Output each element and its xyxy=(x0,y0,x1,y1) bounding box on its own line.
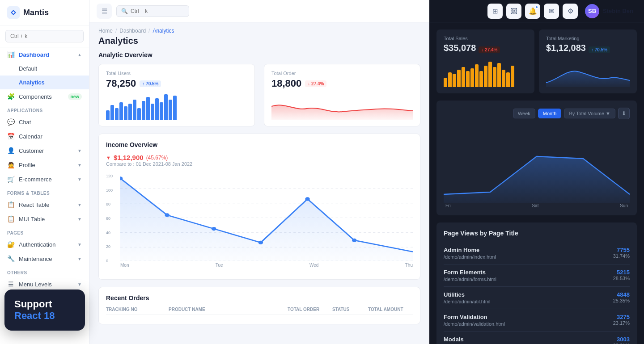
sidebar-item-chat[interactable]: 💬 Chat xyxy=(0,115,89,129)
page-view-count: 5215 xyxy=(613,269,630,276)
profile-icon: 🙍 xyxy=(7,161,14,168)
stat-label: Total Order xyxy=(271,71,413,76)
sidebar-item-label: Chat xyxy=(19,119,31,126)
sidebar-search-input[interactable] xyxy=(5,30,84,42)
topbar-dark: ⊞ 🖼 🔔 ✉ ⚙ SB Stebin Ben xyxy=(429,0,644,22)
y-label: 40 xyxy=(106,231,119,235)
mail-button[interactable]: ✉ xyxy=(544,4,559,19)
search-icon: 🔍 xyxy=(121,8,128,14)
col-tracking: Tracking No xyxy=(106,307,169,312)
breadcrumb-dashboard[interactable]: Dashboard xyxy=(119,28,146,34)
page-view-count: 7755 xyxy=(613,247,630,253)
sidebar-item-calendar[interactable]: 📅 Calendar xyxy=(0,129,89,143)
page-title: Analytics xyxy=(98,36,420,46)
sidebar-item-authentication[interactable]: 🔐 Authentication ▼ xyxy=(0,237,89,252)
stat-badge-up: ↑ 70.5% xyxy=(140,80,161,87)
sidebar-item-customer[interactable]: 👤 Customer ▼ xyxy=(0,143,89,158)
sidebar-item-mui-table[interactable]: 📋 MUI Table ▼ xyxy=(0,212,89,226)
page-view-count: 3003 xyxy=(613,336,630,343)
notifications-button[interactable]: 🔔 xyxy=(525,4,540,19)
svg-point-11 xyxy=(258,241,263,244)
page-view-item: Form Validation /demo/admin/validation.h… xyxy=(444,309,630,331)
light-content: Home / Dashboard / Analytics Analytics A… xyxy=(89,22,429,344)
sidebar-logo[interactable]: Mantis xyxy=(0,0,89,25)
page-view-count: 4848 xyxy=(613,291,630,298)
x-label: Wed xyxy=(309,263,318,268)
col-product: Product Name xyxy=(169,307,288,312)
stat-value: 18,800 xyxy=(271,78,301,89)
sidebar-item-components[interactable]: 🧩 Components new xyxy=(0,89,89,104)
chevron-down-icon: ▼ xyxy=(77,177,82,182)
user-name: Stebin Ben xyxy=(603,8,633,14)
sidebar-section-others: Others xyxy=(0,266,89,277)
chevron-down-icon: ▼ xyxy=(77,163,82,168)
sidebar-item-maintenance[interactable]: 🔧 Maintenance ▼ xyxy=(0,252,89,266)
sidebar-item-label: Calendar xyxy=(19,133,42,140)
page-views-card: Page Views by Page Title Admin Home /dem… xyxy=(436,222,637,344)
stat-card-total-users: Total Users 78,250 ↑ 70.5% xyxy=(98,64,255,126)
sidebar-item-label: Customer xyxy=(19,147,44,154)
dark-income-chart xyxy=(444,123,630,203)
month-button[interactable]: Month xyxy=(538,109,562,118)
page-title-text: Admin Home xyxy=(444,247,496,253)
sidebar-item-dashboard[interactable]: 📊 Dashboard ▲ xyxy=(0,47,89,62)
sidebar-item-label: Profile xyxy=(19,162,35,168)
support-popup[interactable]: Support React 18 xyxy=(4,289,85,331)
mantis-logo-icon xyxy=(7,6,20,19)
sidebar-item-label: Menu Levels xyxy=(19,281,52,288)
dark-stat-label: Total Sales xyxy=(444,36,527,41)
volume-dropdown[interactable]: By Total Volume ▼ xyxy=(564,109,615,118)
page-view-item: Utilities /demo/admin/util.html 4848 25.… xyxy=(444,287,630,309)
sidebar-item-label: Maintenance xyxy=(19,256,52,262)
svg-point-12 xyxy=(305,197,309,201)
svg-point-9 xyxy=(165,213,169,217)
svg-point-13 xyxy=(352,239,356,242)
sidebar-section-applications: Applications xyxy=(0,104,89,115)
dark-bar-chart xyxy=(444,60,527,87)
y-label: 80 xyxy=(106,202,119,206)
week-button[interactable]: Week xyxy=(513,109,535,118)
sidebar-item-react-table[interactable]: 📋 React Table ▼ xyxy=(0,197,89,212)
table-icon2: 📋 xyxy=(7,215,14,222)
sidebar-item-analytics[interactable]: Analytics xyxy=(0,76,89,89)
sidebar-item-label: MUI Table xyxy=(19,216,45,222)
x-label: Thu xyxy=(405,263,413,268)
breadcrumb-home[interactable]: Home xyxy=(98,28,113,34)
sidebar-section-forms: Forms & Tables xyxy=(0,186,89,197)
chevron-down-icon: ▼ xyxy=(77,242,82,247)
settings-button[interactable]: ⚙ xyxy=(563,4,578,19)
breadcrumb-current: Analytics xyxy=(153,28,174,34)
dashboard-icon: 📊 xyxy=(7,51,14,58)
page-view-pct: 25.35% xyxy=(613,298,630,303)
download-button[interactable]: ⬇ xyxy=(618,108,630,119)
analytic-overview-title: Analytic Overview xyxy=(98,51,420,59)
income-compare: Compare to : 01 Dec 2021-08 Jan 2022 xyxy=(106,161,192,167)
table-header: Tracking No Product Name Total Order Sta… xyxy=(106,307,413,315)
chevron-up-icon: ▲ xyxy=(77,52,82,57)
menu-toggle-button[interactable]: ☰ xyxy=(97,4,112,19)
topbar-search-input[interactable] xyxy=(131,8,184,14)
auth-icon: 🔐 xyxy=(7,241,14,248)
page-url: /demo/admin/validation.html xyxy=(444,321,505,327)
page-view-count: 3275 xyxy=(613,314,630,320)
breadcrumb: Home / Dashboard / Analytics xyxy=(98,28,420,34)
dark-area-chart xyxy=(546,60,630,87)
sidebar-item-default[interactable]: Default xyxy=(0,62,89,76)
col-total-amount: Total Amount xyxy=(368,307,413,312)
sidebar-item-label: Analytics xyxy=(19,79,45,86)
chevron-down-icon: ▼ xyxy=(77,148,82,153)
user-menu[interactable]: SB Stebin Ben xyxy=(581,2,637,20)
content-row: Home / Dashboard / Analytics Analytics A… xyxy=(89,22,644,344)
sidebar-item-label: E-commerce xyxy=(19,176,52,183)
x-label-dark: Fri xyxy=(445,203,451,208)
topbar-light: ☰ 🔍 xyxy=(89,0,429,22)
sidebar-item-profile[interactable]: 🙍 Profile ▼ xyxy=(0,158,89,172)
sidebar-item-ecommerce[interactable]: 🛒 E-commerce ▼ xyxy=(0,172,89,186)
grid-view-button[interactable]: ⊞ xyxy=(487,4,503,19)
chevron-down-icon: ▼ xyxy=(77,256,82,261)
topbar: ☰ 🔍 ⊞ 🖼 🔔 ✉ ⚙ SB Stebin Ben xyxy=(89,0,644,22)
x-label: Mon xyxy=(120,263,129,268)
image-button[interactable]: 🖼 xyxy=(506,4,521,19)
sidebar-item-label: Components xyxy=(19,93,52,100)
area-chart-order xyxy=(271,93,413,120)
